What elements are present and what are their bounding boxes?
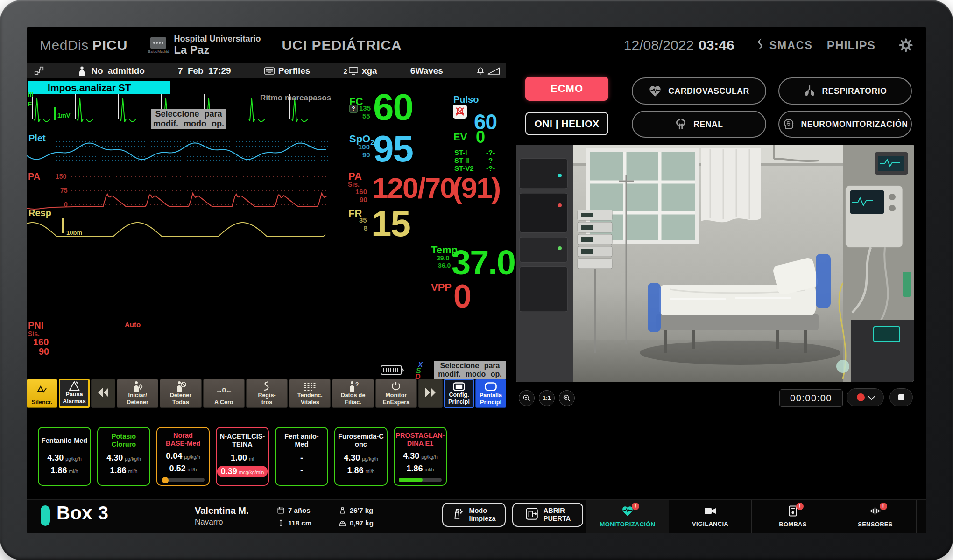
records-button[interactable]: Regis-tros — [246, 379, 288, 408]
keyboard-icon[interactable] — [381, 365, 404, 377]
med-card-norad[interactable]: NoradBASE-Med 0.04µg/kg/h 0.52ml/h — [156, 427, 210, 486]
camera-zoom-controls: 1:1 — [519, 390, 579, 406]
silence-alarms-button[interactable]: Silencr. — [27, 379, 57, 408]
patient-data-button[interactable]: ? Datos deFiliac. — [332, 379, 374, 408]
patient-age: 7 años — [277, 506, 311, 514]
spo2-high-limit: 100 — [358, 143, 370, 151]
weight-icon — [339, 506, 346, 514]
monitor-standby-button[interactable]: MonitorEnEspera — [375, 379, 417, 408]
vpp-label: VPP — [431, 281, 452, 294]
plet-label: Plet — [28, 133, 46, 144]
alarm-bell-icon[interactable] — [476, 67, 485, 75]
fc-pacer-icon: ? — [349, 105, 358, 113]
trend-rows-icon — [290, 381, 330, 392]
chevrons-right-icon — [424, 387, 437, 399]
pni-mode: Auto — [125, 321, 141, 329]
main-setup-button[interactable]: Config.Principl — [444, 379, 474, 408]
med-card-fentanilo-2[interactable]: Fent anilo-Med - - — [275, 427, 328, 486]
med-slider[interactable] — [162, 478, 205, 482]
monitor-datetime: 7 Feb 17:29 — [178, 66, 231, 76]
philips-brand: PHILIPS — [827, 39, 875, 52]
zoom-out-button[interactable] — [519, 390, 535, 406]
alarm-volume-icon[interactable] — [487, 67, 500, 75]
med-card-furosemida[interactable]: Furosemida-Conc 4.30µg/kg/h 1.86ml/h — [334, 427, 388, 486]
st3-value: -?- — [486, 164, 495, 172]
renal-button[interactable]: RENAL — [632, 111, 766, 138]
med-card-acetilcisteina[interactable]: N-ACETILCIS-TEÍNA 1.00ml 0.39mcg/kg/min — [216, 427, 269, 486]
unit-title: UCI PEDIÁTRICA — [282, 37, 402, 53]
start-stop-button[interactable]: Iniciar/Detener — [117, 379, 158, 408]
alert-badge: ! — [796, 503, 804, 510]
room-camera-view[interactable] — [516, 145, 914, 382]
pni-sublabel: Sis. — [28, 330, 40, 337]
screen-icon — [349, 67, 358, 75]
pulso-label: Pulso — [453, 94, 479, 105]
respiratory-button[interactable]: RESPIRATORIO — [778, 77, 912, 105]
ev-label: EV — [453, 131, 467, 143]
med-progress — [399, 478, 442, 482]
door-icon — [525, 507, 539, 523]
med-name: PROSTAGLAN-DINA E1 — [395, 431, 445, 448]
ecmo-button[interactable]: ECMO — [525, 77, 608, 101]
waves-count: 6Waves — [410, 66, 443, 76]
fc-high-limit: 135 — [359, 104, 371, 112]
med-card-potasio[interactable]: PotasioCloruro 4.30µg/kg/h 1.86ml/h — [97, 427, 150, 486]
tab-monitorizacion[interactable]: ! MONITORIZACIÓN — [586, 500, 669, 533]
vitals-trends-button[interactable]: Tendenc.Vitales — [289, 379, 331, 408]
admission-status[interactable]: No admitido — [91, 66, 145, 76]
stop-all-button[interactable]: DetenerTodas — [160, 379, 201, 408]
remote-view-icon[interactable] — [34, 66, 44, 76]
screen-mode: xga — [362, 66, 377, 76]
vpp-value: 0 — [453, 280, 471, 313]
resp-cal-bar — [62, 218, 64, 233]
stop-button[interactable] — [889, 388, 913, 406]
zoom-reset-button[interactable]: 1:1 — [539, 390, 555, 406]
scale-icon — [339, 519, 346, 527]
med-card-prostaglandina[interactable]: PROSTAGLAN-DINA E1 4.30µg/kg/h 1.86ml/h — [394, 427, 447, 486]
pause-alarms-button[interactable]: PausaAlarmas — [59, 379, 90, 408]
med-name: Fent anilo-Med — [278, 431, 325, 450]
clean-mode-button[interactable]: Modolimpieza — [442, 503, 506, 527]
power-icon — [376, 381, 416, 392]
st1-label: ST-I — [454, 148, 467, 156]
fr-low-limit: 8 — [364, 224, 367, 232]
softkeys-scroll-left-button[interactable] — [91, 379, 115, 408]
box-status-pill — [41, 505, 50, 526]
screen: MedDisPICU SaludMadrid Hospital Universi… — [27, 27, 926, 533]
bell-check-icon — [28, 381, 56, 399]
neuromonitoring-button[interactable]: NEUROMONITORIZACIÓN — [778, 111, 912, 138]
med-card-fentanilo[interactable]: Fentanilo-Med 4.30µg/kg/h 1.86ml/h — [38, 427, 91, 486]
tab-vigilancia[interactable]: VIGILANCIA — [669, 500, 751, 533]
app-logo: MedDisPICU — [40, 37, 127, 53]
record-dot-icon — [857, 393, 865, 401]
zero-button[interactable]: →0← A Cero — [203, 379, 245, 408]
pulse-alarm-off-icon[interactable] — [453, 105, 467, 119]
med-name: N-ACETILCIS-TEÍNA — [220, 431, 265, 450]
zoom-in-button[interactable] — [559, 390, 575, 406]
patient-surname: Navarro — [195, 518, 223, 527]
person-start-icon — [118, 381, 157, 392]
screen-count: 2 — [344, 67, 347, 75]
medication-cards: Fentanilo-Med 4.30µg/kg/h 1.86ml/h Potas… — [38, 427, 447, 486]
alarm-triangle-icon — [61, 381, 88, 391]
pa-sublabel: Sis. — [348, 181, 360, 188]
main-screen-button[interactable]: PantallaPrincipl — [475, 379, 506, 408]
fr-high-limit: 35 — [359, 216, 367, 224]
record-button[interactable] — [847, 388, 884, 406]
med-name: NoradBASE-Med — [166, 431, 200, 448]
open-door-button[interactable]: ABRIRPUERTA — [512, 503, 583, 527]
pni-low-limit: 90 — [39, 346, 49, 357]
person-question-icon: ? — [333, 381, 373, 392]
settings-gear-icon[interactable] — [898, 38, 913, 53]
squiggle-icon — [247, 381, 287, 392]
tab-sensores[interactable]: ! SENSORES — [834, 500, 917, 533]
tablet-bezel: MedDisPICU SaludMadrid Hospital Universi… — [0, 0, 953, 560]
softkeys-scroll-right-button[interactable] — [418, 379, 443, 408]
med-name: Fentanilo-Med — [42, 431, 87, 450]
patient-icon — [78, 66, 86, 76]
tab-bombas[interactable]: ! BOMBAS — [751, 500, 834, 533]
cardiovascular-button[interactable]: CARDIOVASCULAR — [632, 77, 766, 105]
patient-weight: 26'7 kg — [339, 506, 373, 514]
profiles-label[interactable]: Perfiles — [278, 66, 311, 76]
oni-heliox-button[interactable]: ONI | HELIOX — [525, 112, 608, 135]
